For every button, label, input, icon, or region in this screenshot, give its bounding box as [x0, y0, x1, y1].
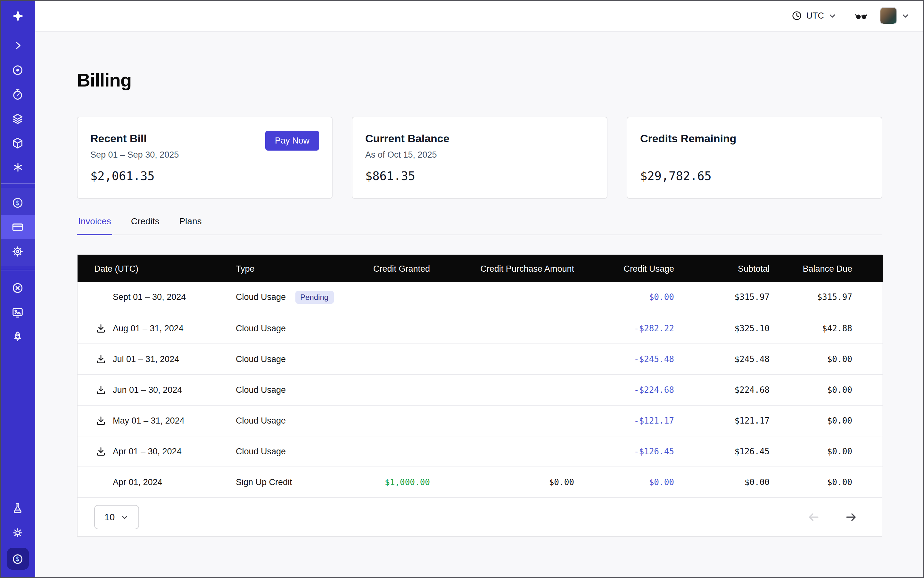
download-invoice-icon[interactable]: [96, 353, 106, 364]
column-header-credit-purchase-amount: Credit Purchase Amount: [438, 255, 582, 282]
sidebar-billing-group: $: [0, 188, 35, 266]
credits-tile: $: [7, 548, 29, 570]
timer-icon: [11, 88, 24, 100]
balance-as-of: As of Oct 15, 2025: [365, 149, 594, 161]
sidebar-item-labs[interactable]: [0, 496, 35, 520]
credit-usage-value: -$121.17: [582, 405, 682, 436]
subtotal-value: $0.00: [682, 466, 777, 497]
invoice-type: Cloud Usage: [236, 324, 286, 333]
sidebar: $: [0, 0, 35, 578]
recent-bill-card: Recent Bill Sep 01 – Sep 30, 2025 $2,061…: [77, 117, 333, 199]
balance-due-value: $315.97: [777, 282, 883, 313]
download-invoice-icon[interactable]: [96, 446, 106, 456]
table-header-row: Date (UTC)TypeCredit GrantedCredit Purch…: [78, 255, 883, 282]
table-row: Jun 01 – 30, 2024 Cloud Usage -$224.68 $…: [78, 374, 883, 405]
sidebar-item-theme[interactable]: [0, 520, 35, 545]
recent-bill-amount: $2,061.35: [90, 169, 319, 183]
sidebar-item-settings[interactable]: [0, 239, 35, 263]
app-window: $: [0, 0, 924, 578]
arrow-right-icon: [844, 511, 857, 524]
column-header-balance-due: Balance Due: [777, 255, 883, 282]
credit-purchase-value: [438, 282, 582, 313]
sidebar-item-layers[interactable]: [0, 106, 35, 131]
credit-purchase-value: [438, 343, 582, 374]
chevron-down-icon: [120, 513, 129, 521]
invoice-date: Apr 01, 2024: [113, 477, 162, 487]
layers-icon: [11, 112, 24, 125]
credit-purchase-value: [438, 436, 582, 466]
table-row: Sept 01 – 30, 2024 Cloud Usage Pending $…: [78, 282, 883, 313]
subtotal-value: $121.17: [682, 405, 777, 436]
tab-plans[interactable]: Plans: [178, 216, 203, 235]
column-header-subtotal: Subtotal: [682, 255, 777, 282]
sidebar-item-expand[interactable]: [0, 33, 35, 58]
download-invoice-icon[interactable]: [96, 323, 106, 334]
app-logo[interactable]: [0, 0, 35, 32]
column-header-credit-granted: Credit Granted: [351, 255, 438, 282]
tab-invoices[interactable]: Invoices: [77, 216, 112, 235]
sidebar-item-timer[interactable]: [0, 82, 35, 106]
tabs: InvoicesCreditsPlans: [77, 216, 882, 235]
chevron-down-icon: [828, 11, 837, 20]
credits-remaining-amount: $29,782.65: [640, 169, 869, 183]
credit-granted-value: [351, 374, 438, 405]
invoice-date: Sept 01 – 30, 2024: [113, 292, 186, 302]
table-row: Aug 01 – 31, 2024 Cloud Usage -$282.22 $…: [78, 313, 883, 343]
invoice-date: May 01 – 31, 2024: [113, 416, 185, 425]
main-area: UTC Billing Recent Bill Sep 01 – Sep 30,…: [35, 0, 924, 578]
credit-granted-value: [351, 282, 438, 313]
summary-cards: Recent Bill Sep 01 – Sep 30, 2025 $2,061…: [77, 117, 882, 199]
current-balance-amount: $861.35: [365, 169, 594, 183]
timezone-selector[interactable]: UTC: [792, 10, 837, 21]
billing-page: Billing Recent Bill Sep 01 – Sep 30, 202…: [35, 32, 924, 578]
sidebar-item-cube[interactable]: [0, 131, 35, 155]
tab-credits[interactable]: Credits: [130, 216, 161, 235]
credit-granted-value: [351, 405, 438, 436]
sidebar-item-cancel[interactable]: [0, 276, 35, 300]
sidebar-item-billing[interactable]: [0, 215, 35, 239]
current-balance-card: Current Balance As of Oct 15, 2025 $861.…: [352, 117, 607, 199]
page-size-select[interactable]: 10: [94, 505, 139, 529]
credit-granted-value: [351, 343, 438, 374]
credit-purchase-value: $0.00: [438, 466, 582, 497]
reader-mode-toggle[interactable]: [854, 9, 868, 23]
chevron-right-icon: [12, 40, 23, 51]
sun-icon: [11, 526, 24, 539]
arrow-left-icon: [807, 511, 820, 524]
sidebar-item-images[interactable]: [0, 300, 35, 324]
download-invoice-icon[interactable]: [96, 384, 106, 395]
avatar: [880, 7, 897, 24]
timezone-label: UTC: [806, 11, 824, 21]
next-page-button[interactable]: [844, 511, 857, 524]
sidebar-divider: [0, 270, 35, 270]
balance-due-value: $0.00: [777, 436, 883, 466]
rocket-icon: [11, 330, 24, 343]
table-row: Jul 01 – 31, 2024 Cloud Usage -$245.48 $…: [78, 343, 883, 374]
sidebar-item-credits[interactable]: $: [0, 545, 35, 573]
credit-granted-value: $1,000.00: [351, 466, 438, 497]
credit-granted-value: [351, 313, 438, 343]
sidebar-item-asterisk[interactable]: [0, 155, 35, 179]
subtotal-value: $315.97: [682, 282, 777, 313]
dollar-icon: $: [11, 553, 24, 565]
sidebar-item-usage[interactable]: $: [0, 190, 35, 215]
status-badge: Pending: [295, 291, 333, 304]
pay-now-button[interactable]: Pay Now: [265, 131, 319, 151]
download-invoice-icon[interactable]: [96, 415, 106, 426]
invoice-type: Cloud Usage: [236, 416, 286, 425]
subtotal-value: $126.45: [682, 436, 777, 466]
logo-icon: [11, 9, 25, 23]
subtotal-value: $224.68: [682, 374, 777, 405]
cube-icon: [11, 137, 24, 149]
credit-purchase-value: [438, 313, 582, 343]
clock-icon: [792, 10, 802, 21]
sidebar-item-target[interactable]: [0, 58, 35, 82]
asterisk-icon: [12, 161, 23, 173]
chevron-down-icon: [901, 11, 910, 20]
column-header-credit-usage: Credit Usage: [582, 255, 682, 282]
prev-page-button[interactable]: [807, 511, 820, 524]
invoice-date: Apr 01 – 30, 2024: [113, 446, 182, 456]
sidebar-item-deployments[interactable]: [0, 324, 35, 349]
x-circle-icon: [11, 282, 24, 294]
account-menu[interactable]: [880, 7, 910, 24]
